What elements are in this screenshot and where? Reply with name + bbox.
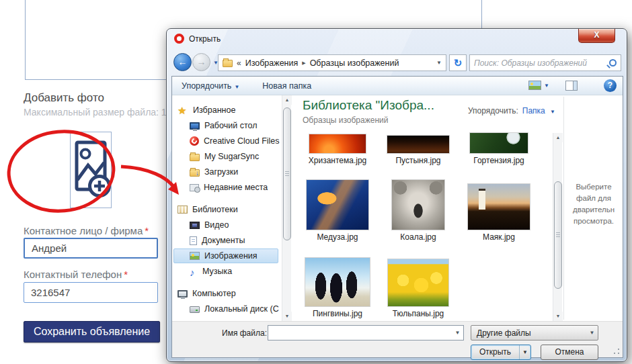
star-icon <box>177 105 188 116</box>
arrange-by-value[interactable]: Папка ▼ <box>522 106 555 116</box>
required-asterisk: * <box>124 269 128 280</box>
sidebar-item-documents[interactable]: Документы <box>190 233 245 248</box>
folder-icon <box>190 154 200 161</box>
opera-app-icon <box>174 34 184 44</box>
preview-pane-divider <box>563 97 564 320</box>
document-icon <box>190 236 197 245</box>
sidebar-item-pictures[interactable]: Изображения <box>190 248 258 263</box>
dialog-content: Избранное Рабочий стол Creative Cloud Fi… <box>172 95 623 321</box>
dialog-title: Открыть <box>189 34 221 44</box>
file-tulips[interactable]: Тюльпаны.jpg <box>378 257 459 318</box>
library-subtitle: Образцы изображений <box>303 116 388 125</box>
contact-phone-input[interactable] <box>24 282 158 303</box>
arrange-by-control[interactable]: Упорядочить:Папка ▼ <box>468 106 555 116</box>
add-photo-heading: Добавить фото <box>24 91 104 105</box>
back-button[interactable]: ← <box>173 53 192 71</box>
sidebar-scrollbar-thumb[interactable] <box>283 107 291 240</box>
desktop-icon <box>190 122 200 130</box>
add-image-icon <box>70 132 112 208</box>
sidebar-item-recent-places[interactable]: Недавние места <box>190 180 268 195</box>
libraries-icon <box>177 206 188 214</box>
file-penguins[interactable]: Пингвины.jpg <box>297 257 378 318</box>
photo-upload-dropzone[interactable] <box>70 132 112 211</box>
filelist-scrollbar[interactable]: ▲ ▼ <box>553 133 562 321</box>
new-folder-button[interactable]: Новая папка <box>262 81 311 91</box>
disk-icon <box>190 306 200 313</box>
creative-cloud-icon <box>190 136 199 146</box>
search-input[interactable] <box>474 58 609 68</box>
file-koala[interactable]: Коала.jpg <box>378 179 459 242</box>
search-icon <box>609 59 617 66</box>
organize-menu[interactable]: Упорядочить▼ <box>182 81 239 91</box>
sidebar-item-sugarsync[interactable]: My SugarSync <box>190 149 259 164</box>
sidebar-item-desktop[interactable]: Рабочий стол <box>190 118 257 133</box>
sidebar-item-libraries[interactable]: Библиотеки <box>177 202 238 217</box>
sidebar-item-creative-cloud[interactable]: Creative Cloud Files <box>190 134 280 148</box>
thumbnail-chrysanthemum <box>309 134 366 153</box>
resize-grip[interactable] <box>613 347 621 355</box>
sidebar-item-downloads[interactable]: Загрузки <box>190 165 238 179</box>
max-file-size-note: Максимальный размер файла: 1 <box>24 107 167 118</box>
thumbnail-lighthouse <box>468 184 530 230</box>
save-ad-button[interactable]: Сохранить объявление <box>24 321 160 343</box>
refresh-button[interactable]: ↻ <box>449 54 467 71</box>
open-button[interactable]: Открыть ▼ <box>471 345 531 360</box>
video-icon <box>190 222 200 229</box>
sidebar-item-local-disk[interactable]: Локальный диск (C <box>190 302 279 316</box>
thumbnail-penguins <box>305 258 370 306</box>
sidebar-scrollbar[interactable]: ▲ ▼ <box>282 95 291 321</box>
filename-input[interactable] <box>268 326 452 340</box>
file-lighthouse[interactable]: Маяк.jpg <box>459 179 539 242</box>
scroll-down-icon[interactable]: ▼ <box>282 312 292 321</box>
scroll-down-icon[interactable]: ▼ <box>553 312 563 321</box>
file-chrysanthemum[interactable]: Хризантема.jpg <box>297 133 378 165</box>
computer-icon <box>177 290 188 298</box>
pictures-icon <box>190 252 200 260</box>
filename-label: Имя файла: <box>222 328 267 338</box>
thumbnail-jellyfish <box>307 180 368 230</box>
sidebar-item-video[interactable]: Видео <box>190 218 229 232</box>
thumbnail-desert <box>387 136 449 153</box>
filelist-scrollbar-thumb[interactable] <box>554 181 562 289</box>
filename-combo[interactable]: ▼ <box>268 325 464 340</box>
music-note-icon <box>190 267 198 277</box>
required-asterisk: * <box>145 225 149 236</box>
open-split-chevron-icon[interactable]: ▼ <box>519 345 530 359</box>
address-dropdown-icon[interactable]: ▼ <box>436 60 442 66</box>
thumbnail-koala <box>392 180 444 230</box>
chevron-down-icon: ▼ <box>586 330 598 336</box>
filetype-dropdown[interactable]: Другие файлы ▼ <box>471 325 598 340</box>
scroll-up-icon[interactable]: ▲ <box>282 95 292 105</box>
chevron-down-icon[interactable]: ▼ <box>452 326 463 340</box>
crumb-arrow-icon: ▶ <box>302 60 305 66</box>
sidebar-item-computer[interactable]: Компьютер <box>177 286 236 301</box>
preview-pane-toggle-icon[interactable] <box>565 81 578 91</box>
change-view-button[interactable]: ▼ <box>528 81 549 90</box>
folder-icon <box>223 60 233 67</box>
chevron-down-icon: ▼ <box>234 84 239 90</box>
file-jellyfish[interactable]: Медуза.jpg <box>297 179 378 242</box>
search-box[interactable] <box>469 54 621 71</box>
command-toolbar: Упорядочить▼ Новая папка ▼ ? <box>172 77 623 95</box>
forward-button[interactable]: → <box>192 53 210 71</box>
library-title: Библиотека "Изобра... <box>303 98 434 113</box>
sidebar-item-music[interactable]: Музыка <box>190 264 232 279</box>
downloads-icon <box>190 169 200 177</box>
help-button[interactable]: ? <box>604 79 617 92</box>
file-hydrangea[interactable]: Гортензия.jpg <box>459 133 539 165</box>
cancel-button[interactable]: Отмена <box>541 345 598 360</box>
breadcrumb-sample-pictures[interactable]: Образцы изображений <box>310 58 399 68</box>
recent-places-icon <box>190 184 199 191</box>
open-file-dialog: Открыть X ← → ▼ « Изображения ▶ Образцы … <box>166 28 627 362</box>
dialog-footer: Имя файла: ▼ Другие файлы ▼ Открыть ▼ От… <box>172 321 623 357</box>
thumbnail-hydrangea <box>470 133 528 153</box>
breadcrumb-pictures[interactable]: Изображения <box>245 58 299 68</box>
close-button[interactable]: X <box>578 29 615 43</box>
scroll-up-icon[interactable]: ▲ <box>553 133 563 142</box>
chevron-down-icon: ▼ <box>550 109 555 115</box>
contact-person-input[interactable] <box>24 238 158 259</box>
file-desert[interactable]: Пустыня.jpg <box>378 133 459 165</box>
chevron-down-icon: ▼ <box>544 83 549 89</box>
address-breadcrumb-bar[interactable]: « Изображения ▶ Образцы изображений ▼ <box>218 54 446 71</box>
sidebar-item-favorites[interactable]: Избранное <box>177 103 235 118</box>
